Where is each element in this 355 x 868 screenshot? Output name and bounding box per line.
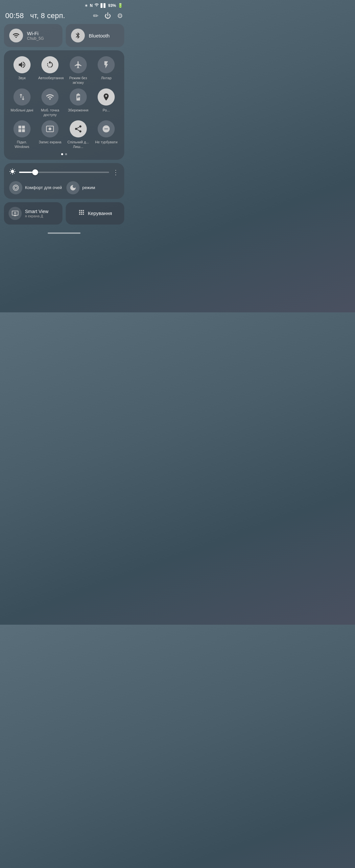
flashlight-icon-circle xyxy=(98,56,115,73)
nfc-status-icon: N xyxy=(90,3,93,8)
battery-saver-icon-circle xyxy=(70,88,87,105)
autorotate-label: Автообертання xyxy=(38,75,62,80)
smart-view-tile[interactable]: Smart View я екрана Д xyxy=(4,202,62,224)
comfort-row: Комфорт для очей режим xyxy=(9,181,119,194)
screen-record-icon-circle xyxy=(41,120,59,137)
windows-link-icon-circle xyxy=(13,120,31,137)
dnd-icon-circle xyxy=(98,120,115,137)
bluetooth-tile-text: Bluetooth xyxy=(89,33,109,38)
svg-point-3 xyxy=(15,213,15,213)
battery-saver-toggle[interactable]: Збереження xyxy=(64,88,92,117)
flashlight-toggle[interactable]: Ліхтар xyxy=(92,56,121,85)
manage-label: Керування xyxy=(88,210,112,216)
location-toggle[interactable]: Ро... xyxy=(92,88,121,117)
wifi-tile-name: Wi-Fi xyxy=(27,31,44,36)
dot-1 xyxy=(61,153,63,155)
home-bar xyxy=(48,232,80,234)
smart-view-sub: я екрана Д xyxy=(25,214,48,218)
dnd-toggle[interactable]: Не турбувати xyxy=(92,120,121,149)
brightness-thumb xyxy=(32,169,38,175)
pagination-dots xyxy=(8,153,120,155)
battery-text: 93% xyxy=(108,3,116,8)
eye-comfort-toggle[interactable]: Комфорт для очей xyxy=(9,181,62,194)
brightness-sun-icon xyxy=(9,168,16,177)
windows-link-toggle[interactable]: Підкл. Windows xyxy=(8,120,36,149)
battery-icon: 🔋 xyxy=(118,3,123,8)
brightness-panel: ⋮ Комфорт для очей режим xyxy=(4,163,124,199)
sound-toggle[interactable]: Звук xyxy=(8,56,36,85)
battery-saver-label: Збереження xyxy=(68,108,89,113)
manage-tile[interactable]: Керування xyxy=(66,202,124,224)
hotspot-toggle[interactable]: Моб. точка доступу xyxy=(36,88,64,117)
date-display: чт, 8 серп. xyxy=(30,11,65,20)
quick-share-icon-circle xyxy=(70,120,87,137)
smart-view-icon xyxy=(8,207,22,220)
bottom-row: Smart View я екрана Д Керування xyxy=(0,202,128,229)
quick-tiles-row: Wi-Fi Chub_5G Bluetooth xyxy=(0,24,128,50)
wifi-tile-icon xyxy=(9,29,23,42)
autorotate-icon-circle xyxy=(41,56,59,73)
bluetooth-status-icon: ∗ xyxy=(85,3,88,8)
icon-grid-row1: Звук Автообертання Режим без зв'язку Ліх… xyxy=(8,56,120,85)
signal-icon: ▋▋ xyxy=(101,3,106,8)
brightness-row: ⋮ xyxy=(9,168,119,177)
airplane-label: Режим без зв'язку xyxy=(66,75,90,85)
wifi-status-icon xyxy=(94,3,99,8)
screen-record-toggle[interactable]: Запис екрана xyxy=(36,120,64,149)
hotspot-label: Моб. точка доступу xyxy=(38,108,62,117)
icon-grid-row3: Підкл. Windows Запис екрана Спільний д..… xyxy=(8,120,120,149)
location-icon-circle xyxy=(98,88,115,105)
smart-view-name: Smart View xyxy=(25,209,48,214)
status-bar: ∗ N ▋▋ 93% 🔋 xyxy=(0,0,128,9)
sound-icon-circle xyxy=(13,56,31,73)
windows-link-label: Підкл. Windows xyxy=(10,140,34,149)
home-indicator[interactable] xyxy=(0,229,128,236)
mobiledata-label: Мобільні дані xyxy=(10,108,33,113)
bluetooth-tile[interactable]: Bluetooth xyxy=(66,24,124,47)
settings-icon[interactable]: ⚙ xyxy=(117,12,123,20)
manage-grid-icon xyxy=(78,209,85,218)
header-row: 00:58 чт, 8 серп. ✏ ⏻ ⚙ xyxy=(0,9,128,24)
main-panel: Звук Автообертання Режим без зв'язку Ліх… xyxy=(4,50,124,160)
eye-comfort-label: Комфорт для очей xyxy=(25,185,62,190)
flashlight-label: Ліхтар xyxy=(101,75,111,80)
night-mode-toggle[interactable]: режим xyxy=(66,181,95,194)
edit-icon[interactable]: ✏ xyxy=(93,12,99,20)
sound-label: Звук xyxy=(18,75,26,80)
autorotate-toggle[interactable]: Автообертання xyxy=(36,56,64,85)
night-mode-label: режим xyxy=(82,185,95,190)
location-label: Ро... xyxy=(102,108,110,113)
airplane-toggle[interactable]: Режим без зв'язку xyxy=(64,56,92,85)
smart-view-text: Smart View я екрана Д xyxy=(25,209,48,218)
brightness-more-icon[interactable]: ⋮ xyxy=(112,168,119,176)
brightness-slider[interactable] xyxy=(19,172,109,173)
dnd-label: Не турбувати xyxy=(95,140,117,144)
bluetooth-tile-icon xyxy=(71,29,85,42)
wifi-tile-sub: Chub_5G xyxy=(27,36,44,41)
time-display: 00:58 xyxy=(5,11,24,20)
header-actions: ✏ ⏻ ⚙ xyxy=(93,12,123,20)
bluetooth-tile-name: Bluetooth xyxy=(89,33,109,38)
status-icons: ∗ N ▋▋ 93% 🔋 xyxy=(85,3,123,8)
wifi-tile-text: Wi-Fi Chub_5G xyxy=(27,31,44,41)
wifi-tile[interactable]: Wi-Fi Chub_5G xyxy=(4,24,62,47)
airplane-icon-circle xyxy=(70,56,87,73)
power-icon[interactable]: ⏻ xyxy=(104,12,111,20)
quick-share-toggle[interactable]: Спільний д... Лиш... xyxy=(64,120,92,149)
hotspot-icon-circle xyxy=(41,88,59,105)
dot-2 xyxy=(65,153,67,155)
svg-point-1 xyxy=(49,128,52,130)
night-mode-icon xyxy=(66,181,79,194)
mobiledata-icon-circle xyxy=(13,88,31,105)
mobiledata-toggle[interactable]: Мобільні дані xyxy=(8,88,36,117)
quick-share-label: Спільний д... Лиш... xyxy=(66,140,90,149)
screen-record-label: Запис екрана xyxy=(39,140,61,144)
eye-comfort-icon xyxy=(9,181,22,194)
icon-grid-row2: Мобільні дані Моб. точка доступу Збереже… xyxy=(8,88,120,117)
datetime-display: 00:58 чт, 8 серп. xyxy=(5,11,65,20)
